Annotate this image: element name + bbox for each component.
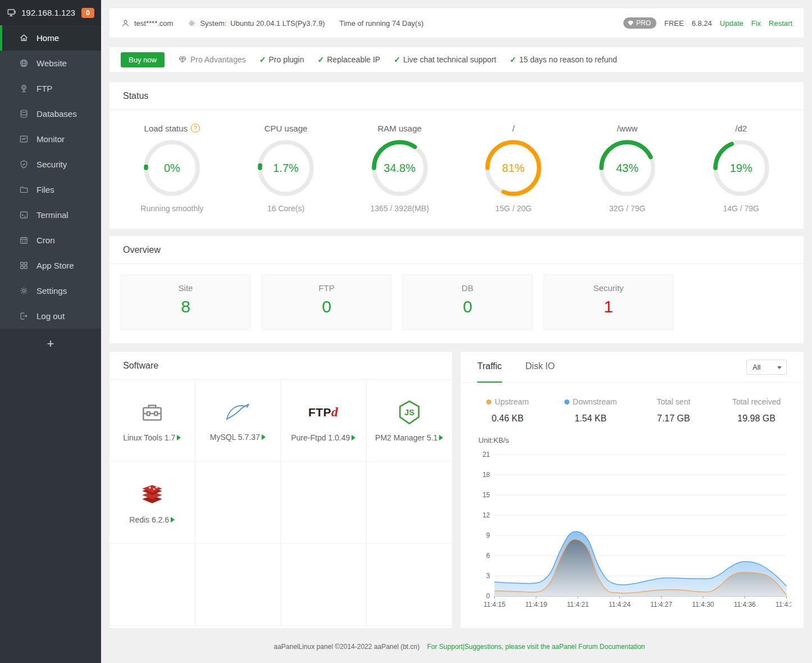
promo-feature: ✓15 days no reason to refund — [510, 55, 617, 64]
logout-icon — [19, 311, 29, 321]
software-empty-cell — [367, 462, 453, 544]
db-count: 0 — [403, 297, 532, 316]
gem-outline-icon — [178, 55, 187, 64]
overview-title: Overview — [110, 236, 804, 264]
check-icon: ✓ — [510, 55, 517, 64]
gauge-disk-www: /www 43% 32G / 79G — [571, 121, 685, 213]
gauge-subtext: Running smoothly — [115, 204, 229, 213]
site-count: 8 — [121, 297, 250, 316]
stat-downstream: Downstream 1.54 KB — [549, 397, 632, 424]
run-status-icon — [171, 517, 175, 523]
gauge-cpu-usage: CPU usage 1.7% 16 Core(s) — [229, 121, 343, 213]
ftp-globe-icon — [19, 84, 29, 93]
svg-text:11:4:36: 11:4:36 — [734, 601, 756, 608]
server-monitor-icon — [7, 8, 17, 18]
interface-select[interactable]: All — [746, 360, 787, 375]
redis-icon — [139, 482, 165, 507]
sidebar-item-databases[interactable]: Databases — [0, 101, 101, 126]
svg-text:12: 12 — [482, 511, 490, 519]
software-mysql[interactable]: MySQL 5.7.37 — [195, 380, 281, 462]
overview-card-ftp[interactable]: FTP 0 — [262, 274, 391, 330]
software-pm2-manager[interactable]: JS PM2 Manager 5.1 — [367, 380, 453, 462]
check-icon: ✓ — [394, 55, 400, 64]
software-title: Software — [110, 352, 452, 380]
ftp-count: 0 — [262, 297, 391, 316]
overview-card-site[interactable]: Site 8 — [121, 274, 250, 330]
gauge-value: 34.8% — [369, 137, 431, 199]
promo-feature: ✓Live chat technical support — [394, 55, 496, 64]
page-footer: aaPanelLinux panel ©2014-2022 aaPanel (b… — [110, 643, 804, 651]
gauge-disk-d2: /d2 19% 14G / 79G — [684, 121, 798, 213]
gauge-value: 19% — [710, 137, 772, 199]
upstream-dot-icon — [486, 399, 491, 405]
gauge-subtext: 14G / 79G — [684, 204, 798, 213]
svg-text:JS: JS — [404, 408, 414, 417]
app-root: 192.168.1.123 0 Home Website FTP Databas… — [0, 0, 812, 663]
fix-link[interactable]: Fix — [751, 19, 761, 28]
svg-text:15: 15 — [482, 491, 490, 499]
run-status-icon — [352, 435, 355, 441]
chart-frame-icon — [19, 134, 29, 144]
restart-link[interactable]: Restart — [769, 19, 792, 28]
traffic-panel: Traffic Disk IO All Upstream 0.46 KB Dow… — [460, 352, 804, 628]
sidebar-item-label: Cron — [37, 235, 55, 245]
sidebar-item-label: Home — [37, 33, 59, 43]
svg-text:11:4:19: 11:4:19 — [525, 601, 547, 608]
gauge-ram-usage: RAM usage 34.8% 1365 / 3928(MB) — [343, 121, 457, 213]
check-icon: ✓ — [318, 55, 325, 64]
svg-text:18: 18 — [482, 471, 490, 479]
overview-card-db[interactable]: DB 0 — [403, 274, 532, 330]
sidebar-item-label: FTP — [37, 84, 52, 93]
software-linux-tools[interactable]: Linux Tools 1.7 — [110, 380, 195, 462]
pro-badge[interactable]: PRO — [623, 17, 656, 29]
topbar-actions: PRO FREE 6.8.24 Update Fix Restart — [623, 17, 792, 29]
system-gear-icon — [188, 19, 196, 28]
traffic-chart: Unit:KB/s 03691215182111:4:1511:4:1911:4… — [460, 426, 804, 616]
overview-card-security[interactable]: Security 1 — [544, 274, 673, 330]
sidebar-item-monitor[interactable]: Monitor — [0, 126, 101, 152]
sidebar-item-files[interactable]: Files — [0, 177, 101, 202]
user-icon — [121, 19, 130, 28]
logged-user[interactable]: test****.com — [121, 19, 173, 28]
main-content: test****.com System: Ubuntu 20.04.1 LTS(… — [101, 0, 812, 663]
update-link[interactable]: Update — [720, 19, 743, 28]
documentation-link[interactable]: Documentation — [600, 643, 645, 651]
uptime-text: Time of running 74 Day(s) — [339, 19, 423, 28]
sidebar-item-cron[interactable]: Cron — [0, 228, 101, 253]
pro-promo-bar: Buy now Pro Advantages ✓Pro plugin ✓Repl… — [110, 47, 804, 72]
svg-text:0: 0 — [486, 592, 490, 600]
terminal-icon — [19, 210, 29, 220]
software-empty-cell — [195, 544, 281, 626]
sidebar-item-label: Terminal — [37, 210, 69, 220]
sidebar-item-logout[interactable]: Log out — [0, 303, 101, 329]
sidebar-item-settings[interactable]: Settings — [0, 278, 101, 303]
software-redis[interactable]: Redis 6.2.6 — [110, 462, 195, 544]
sidebar-item-app-store[interactable]: App Store — [0, 253, 101, 278]
sidebar-item-terminal[interactable]: Terminal — [0, 202, 101, 228]
status-gauges: Load status? 0% Running smoothly CPU usa… — [110, 110, 804, 229]
sidebar-item-home[interactable]: Home — [0, 25, 101, 51]
software-pure-ftpd[interactable]: FTPd Pure-Ftpd 1.0.49 — [281, 380, 367, 462]
message-count-badge[interactable]: 0 — [81, 8, 94, 18]
gear-icon — [19, 286, 29, 296]
support-forum-link[interactable]: For Support|Suggestions, please visit th… — [427, 643, 598, 651]
security-count: 1 — [544, 297, 673, 316]
sidebar-item-label: Databases — [37, 109, 77, 119]
sidebar-item-security[interactable]: Security — [0, 152, 101, 177]
sidebar-item-ftp[interactable]: FTP — [0, 76, 101, 101]
sidebar-item-label: Log out — [37, 311, 65, 321]
svg-text:3: 3 — [486, 572, 490, 580]
top-info-bar: test****.com System: Ubuntu 20.04.1 LTS(… — [110, 8, 804, 38]
help-icon[interactable]: ? — [191, 124, 200, 133]
tab-traffic[interactable]: Traffic — [477, 352, 502, 383]
server-ip-header[interactable]: 192.168.1.123 0 — [0, 0, 101, 25]
system-value: Ubuntu 20.04.1 LTS(Py3.7.9) — [230, 19, 325, 28]
add-shortcut-button[interactable]: + — [0, 329, 101, 351]
software-empty-cell — [195, 462, 281, 544]
sidebar-item-website[interactable]: Website — [0, 51, 101, 76]
tab-disk-io[interactable]: Disk IO — [526, 352, 555, 383]
buy-now-button[interactable]: Buy now — [121, 52, 165, 67]
version-label: 6.8.24 — [692, 19, 712, 28]
gauge-subtext: 16 Core(s) — [229, 204, 343, 213]
gauge-label: CPU usage — [264, 124, 308, 133]
